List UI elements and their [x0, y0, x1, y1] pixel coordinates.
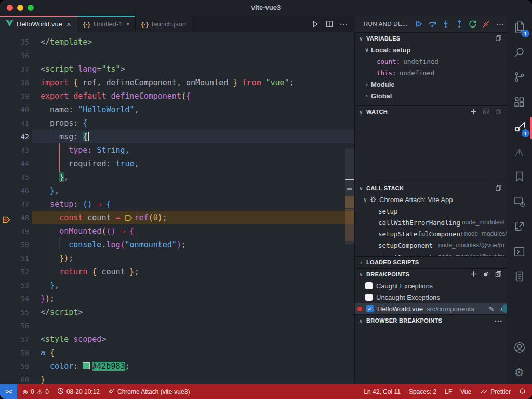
- code-line-39[interactable]: 39export default defineComponent({: [0, 89, 355, 103]
- breakpoint-uncaught-exceptions[interactable]: Uncaught Exceptions: [355, 291, 507, 303]
- add-icon[interactable]: [470, 108, 477, 116]
- debug-session-row[interactable]: ∨Chrome Attach: Vite App: [355, 194, 507, 205]
- edit-icon[interactable]: ✎: [488, 305, 494, 313]
- indentation[interactable]: Spaces: 2: [409, 388, 436, 395]
- activity-terminal[interactable]: [507, 240, 532, 265]
- code-line-41[interactable]: 41 props: {: [0, 116, 355, 130]
- code-line-43[interactable]: 43 type: String,: [0, 143, 355, 157]
- code-line-54[interactable]: 54});: [0, 292, 355, 305]
- more-icon[interactable]: ⋯: [340, 19, 348, 29]
- tab-untitled-1[interactable]: {·}Untitled-1●: [77, 16, 136, 32]
- code-line-35[interactable]: 35</template>: [0, 35, 355, 49]
- line-number: 44: [0, 157, 29, 170]
- activity-live-preview[interactable]: [507, 190, 532, 215]
- activity-bookmarks[interactable]: [507, 165, 532, 190]
- debug-session-status[interactable]: Chrome Attach (vite-vue3): [108, 388, 190, 396]
- code-line-40[interactable]: 40 name: "HelloWorld",: [0, 103, 355, 116]
- code-line-58[interactable]: 58a {: [0, 346, 355, 360]
- stack-frame-mountcomponent[interactable]: mountComponentnode_modules/@vue/ru: [355, 251, 507, 256]
- activity-source-control[interactable]: [507, 65, 532, 90]
- variable-count[interactable]: count:undefined: [355, 56, 507, 67]
- code-line-53[interactable]: 53 },: [0, 278, 355, 292]
- run-icon[interactable]: [311, 20, 319, 28]
- more-icon[interactable]: ⋯: [496, 19, 504, 29]
- section-header-breakpoints[interactable]: ∨BREAKPOINTS: [355, 269, 507, 280]
- code-line-52[interactable]: 52 return { count };: [0, 265, 355, 278]
- activity-notebook[interactable]: [507, 265, 532, 290]
- copy-icon[interactable]: [495, 108, 502, 116]
- activity-search[interactable]: [507, 41, 532, 65]
- formatter[interactable]: ✓✓Prettier: [480, 388, 511, 395]
- code-line-60[interactable]: 60}: [0, 373, 355, 384]
- stack-frame-callwitherrorhandling[interactable]: callWithErrorHandlingnode_modules/: [355, 217, 507, 228]
- remove-all-icon[interactable]: [482, 108, 490, 116]
- stack-frame-setup[interactable]: setup: [355, 205, 507, 217]
- remove-all-icon[interactable]: [495, 270, 502, 279]
- add-icon[interactable]: [470, 270, 477, 279]
- stack-frame-setupcomponent[interactable]: setupComponentnode_modules/@vue/ru: [355, 240, 507, 251]
- problems-status[interactable]: ⊗0⚠0: [22, 388, 49, 396]
- debug-step-into-icon[interactable]: [442, 20, 450, 28]
- code-line-56[interactable]: 56: [0, 319, 355, 332]
- debug-continue-icon[interactable]: [415, 20, 423, 28]
- activity-settings[interactable]: ⚙: [507, 361, 532, 384]
- code-line-47[interactable]: 47 setup: () ⇒ {: [0, 197, 355, 211]
- deactivate-icon[interactable]: [482, 270, 490, 279]
- code-line-38[interactable]: 38import { ref, defineComponent, onMount…: [0, 76, 355, 89]
- activity-run-and-debug[interactable]: 1: [507, 115, 532, 140]
- section-header-variables[interactable]: ∨VARIABLES: [355, 33, 507, 44]
- inline-breakpoint-icon[interactable]: [125, 213, 135, 222]
- checkbox[interactable]: ✓: [366, 305, 374, 312]
- close-icon[interactable]: ×: [66, 20, 71, 29]
- activity-debug-alt[interactable]: [507, 215, 532, 240]
- variable-scope-local-setup[interactable]: ∨Local: setup: [355, 44, 507, 56]
- activity-explorer[interactable]: 1: [507, 16, 532, 41]
- more-icon[interactable]: ⋯: [494, 316, 502, 326]
- checkbox[interactable]: [365, 294, 373, 301]
- cursor-position[interactable]: Ln 42, Col 11: [364, 388, 401, 395]
- variable-scope-global[interactable]: ›Global: [355, 90, 507, 101]
- code-line-48[interactable]: 48 const count = ref(0);: [0, 211, 355, 224]
- tab-launch-json[interactable]: {·}launch.json: [136, 16, 192, 32]
- copy-icon[interactable]: [495, 34, 502, 43]
- tab-helloworld-vue[interactable]: HelloWorld.vue×: [0, 16, 77, 32]
- debug-restart-icon[interactable]: [469, 20, 477, 28]
- split-editor-icon[interactable]: [326, 20, 333, 28]
- code-line-36[interactable]: 36: [0, 49, 355, 62]
- code-editor[interactable]: 34 </div>35</template>3637<script lang="…: [0, 32, 355, 384]
- activity-extensions[interactable]: [507, 90, 532, 115]
- notifications-bell[interactable]: [519, 388, 526, 396]
- remote-indicator[interactable]: ><: [0, 384, 17, 399]
- activity-account[interactable]: [507, 337, 532, 361]
- section-header-loaded-scripts[interactable]: ›LOADED SCRIPTS: [355, 257, 507, 268]
- activity-problems-warning[interactable]: ⚠: [507, 140, 532, 165]
- copy-icon[interactable]: [495, 184, 502, 193]
- section-header-call-stack[interactable]: ∨CALL STACK: [355, 182, 507, 194]
- debug-step-over-icon[interactable]: [428, 20, 436, 28]
- checkbox[interactable]: [365, 282, 373, 289]
- code-line-44[interactable]: 44 required: true,: [0, 157, 355, 170]
- code-line-49[interactable]: 49 onMounted(() ⇒ {: [0, 224, 355, 238]
- debug-step-out-icon[interactable]: [455, 20, 463, 28]
- code-line-45[interactable]: 45 },: [0, 170, 355, 184]
- code-line-37[interactable]: 37<script lang="ts">: [0, 62, 355, 76]
- breakpoint-helloworld-vue[interactable]: ✓HelloWorld.vuesrc/components✎×: [355, 303, 507, 314]
- line-number: 49: [0, 224, 29, 238]
- stack-frame-setupstatefulcomponent[interactable]: setupStatefulComponentnode_modules/: [355, 228, 507, 240]
- variable-this[interactable]: this:undefined: [355, 67, 507, 78]
- section-header-watch[interactable]: ∨WATCH: [355, 106, 507, 117]
- code-line-46[interactable]: 46 },: [0, 184, 355, 197]
- breakpoint-caught-exceptions[interactable]: Caught Exceptions: [355, 280, 507, 291]
- eol[interactable]: LF: [445, 388, 452, 395]
- variable-scope-module[interactable]: ›Module: [355, 78, 507, 90]
- code-line-59[interactable]: 59 color: #42b983;: [0, 360, 355, 373]
- code-line-51[interactable]: 51 });: [0, 251, 355, 265]
- language-mode[interactable]: Vue: [460, 388, 471, 395]
- code-line-55[interactable]: 55</script>: [0, 305, 355, 319]
- code-line-57[interactable]: 57<style scoped>: [0, 332, 355, 346]
- code-line-50[interactable]: 50 console.log("onmounted");: [0, 238, 355, 251]
- section-header-browser-breakpoints[interactable]: ∨BROWSER BREAKPOINTS⋯: [355, 315, 507, 326]
- clock-status[interactable]: 08-20 10:12: [57, 388, 100, 396]
- code-line-42[interactable]: 42 msg: {: [0, 130, 355, 143]
- debug-disconnect-icon[interactable]: [482, 20, 490, 28]
